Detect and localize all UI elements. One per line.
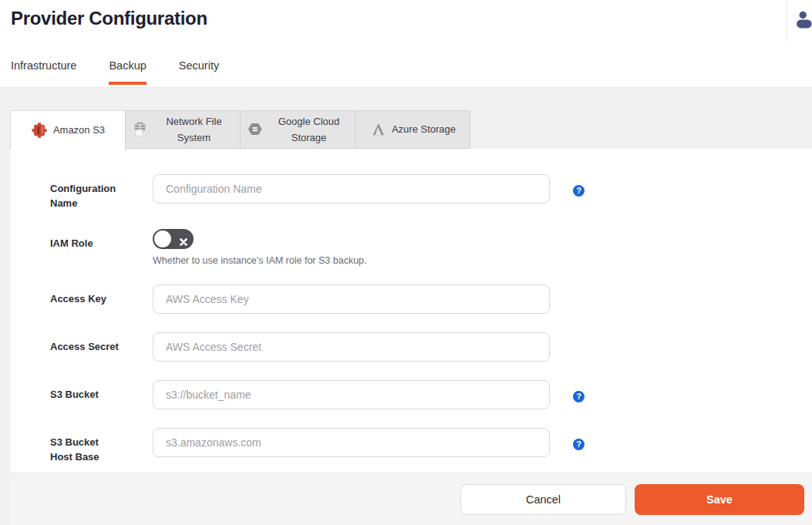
tab-backup-label: Backup	[109, 59, 146, 72]
access-secret-row: Access Secret	[50, 332, 812, 362]
s3-bucket-host-base-help[interactable]: ?	[573, 436, 585, 464]
provider-tab-label: Amazon S3	[53, 122, 105, 138]
tab-backup[interactable]: Backup	[109, 43, 146, 87]
s3-bucket-input[interactable]	[153, 380, 550, 409]
access-key-input[interactable]	[153, 284, 550, 314]
provider-tab-label: Azure Storage	[392, 121, 456, 137]
provider-tab-label: Google Cloud Storage	[269, 113, 349, 146]
header-divider	[787, 0, 787, 43]
page-title: Provider Configuration	[11, 8, 207, 29]
provider-tab-amazon-s3[interactable]: Amazon S3	[10, 110, 126, 150]
s3-bucket-host-base-row: S3 Bucket Host Base ?	[50, 428, 812, 464]
save-button[interactable]: Save	[635, 484, 804, 515]
configuration-name-row: Configuration Name ?	[50, 174, 812, 210]
help-icon[interactable]: ?	[573, 391, 585, 402]
iam-role-toggle[interactable]	[153, 229, 194, 249]
configuration-name-label: Configuration Name	[50, 174, 121, 210]
provider-configuration-page: Provider Configuration Infrastructure Ba…	[0, 0, 812, 525]
s3-bucket-row: S3 Bucket ?	[50, 380, 812, 409]
access-secret-input[interactable]	[153, 332, 550, 362]
provider-tab-google-cloud-storage[interactable]: Google Cloud Storage	[240, 110, 355, 149]
tab-infrastructure-label: Infrastructure	[11, 59, 76, 72]
amazon-s3-bucket-icon	[31, 122, 48, 139]
tab-security[interactable]: Security	[179, 43, 219, 87]
access-secret-label: Access Secret	[50, 332, 121, 362]
provider-tab-strip: Amazon S3 Network File System	[10, 110, 812, 149]
tab-security-label: Security	[179, 59, 219, 72]
configuration-name-input[interactable]	[153, 174, 550, 204]
iam-role-row: IAM Role Whether to use instance's IAM r…	[50, 229, 812, 266]
toggle-off-x-icon	[180, 235, 187, 243]
s3-bucket-host-base-label: S3 Bucket Host Base	[50, 428, 121, 464]
toggle-knob	[154, 231, 171, 247]
iam-role-field: Whether to use instance's IAM role for S…	[153, 229, 367, 266]
access-key-row: Access Key	[50, 284, 812, 314]
iam-role-helper-text: Whether to use instance's IAM role for S…	[153, 255, 367, 266]
azure-logo-icon	[369, 121, 386, 138]
help-icon[interactable]: ?	[573, 439, 585, 450]
network-globe-file-icon	[132, 121, 149, 138]
gcs-hexagon-icon	[247, 121, 264, 138]
s3-bucket-help[interactable]: ?	[573, 389, 585, 409]
header: Provider Configuration	[0, 0, 812, 43]
user-account-icon[interactable]	[796, 10, 812, 30]
cancel-button[interactable]: Cancel	[460, 484, 626, 515]
provider-tab-network-file-system[interactable]: Network File System	[125, 110, 241, 149]
iam-role-label: IAM Role	[50, 229, 121, 266]
configuration-name-help[interactable]: ?	[573, 183, 585, 210]
provider-tab-azure-storage[interactable]: Azure Storage	[355, 110, 470, 149]
amazon-s3-form-card: Configuration Name ? IAM Role	[10, 149, 812, 473]
provider-tab-label: Network File System	[154, 113, 234, 146]
s3-bucket-label: S3 Bucket	[50, 380, 121, 409]
form-footer: Cancel Save	[10, 473, 812, 525]
main-tab-bar: Infrastructure Backup Security	[0, 43, 812, 88]
tab-infrastructure[interactable]: Infrastructure	[11, 43, 76, 87]
help-icon[interactable]: ?	[573, 185, 585, 197]
access-key-label: Access Key	[50, 284, 121, 314]
backup-content-area: Amazon S3 Network File System	[0, 88, 812, 525]
s3-bucket-host-base-input[interactable]	[153, 428, 550, 457]
